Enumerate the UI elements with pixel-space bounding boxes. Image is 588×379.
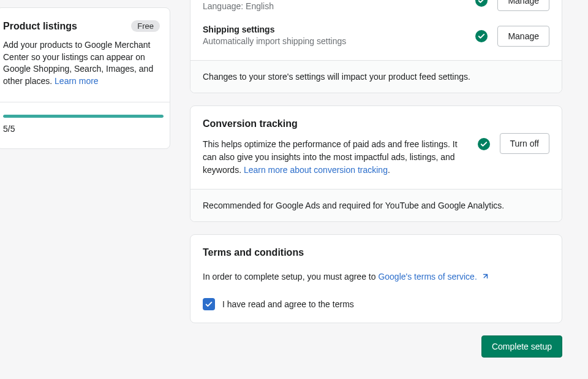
manage-shipping-button[interactable]: Manage [497, 26, 549, 47]
target-market-text: Country: United States Language: English [203, 0, 466, 12]
terms-checkbox-label: I have read and agree to the terms [222, 299, 354, 309]
shipping-settings-sub: Automatically import shipping settings [203, 36, 466, 48]
target-market-language: Language: English [203, 1, 466, 13]
check-circle-icon [475, 30, 488, 42]
sidebar-title: Product listings [3, 21, 77, 32]
shipping-settings-row: Shipping settings Automatically import s… [203, 18, 549, 48]
main-column: Country: United States Language: English… [190, 0, 562, 372]
sidebar-description: Add your products to Google Merchant Cen… [3, 39, 160, 87]
store-settings-card: Country: United States Language: English… [190, 0, 562, 93]
google-tos-link-text: Google's terms of service. [378, 272, 477, 281]
learn-more-link[interactable]: Learn more [55, 76, 99, 86]
terms-card: Terms and conditions In order to complet… [190, 234, 562, 323]
sidebar-progress: 5/5 [0, 102, 170, 148]
terms-checkbox-row: I have read and agree to the terms [203, 298, 549, 310]
conversion-body-text: This helps optimize the performance of p… [203, 138, 468, 177]
free-badge: Free [131, 20, 160, 32]
terms-heading: Terms and conditions [203, 247, 549, 258]
sidebar-header: Product listings Free [3, 20, 160, 32]
conversion-tracking-card: Conversion tracking This helps optimize … [190, 105, 562, 222]
conversion-heading: Conversion tracking [203, 118, 468, 129]
page-footer-row: Complete setup [190, 335, 562, 372]
conversion-period: . [388, 165, 390, 175]
store-settings-body: Country: United States Language: English… [190, 0, 562, 60]
shipping-settings-text: Shipping settings Automatically import s… [203, 25, 466, 48]
conversion-footer: Recommended for Google Ads and required … [190, 189, 562, 221]
terms-body: Terms and conditions In order to complet… [190, 235, 562, 323]
google-tos-link[interactable]: Google's terms of service. [378, 272, 488, 281]
check-circle-icon [475, 0, 488, 7]
store-settings-footer: Changes to your store's settings will im… [190, 60, 562, 93]
conversion-learn-more-link[interactable]: Learn more about conversion tracking [244, 165, 388, 175]
terms-body-text: In order to complete setup, you must agr… [203, 270, 549, 285]
terms-pretext: In order to complete setup, you must agr… [203, 272, 378, 281]
terms-checkbox[interactable] [203, 298, 215, 310]
progress-label: 5/5 [3, 124, 164, 134]
turn-off-button[interactable]: Turn off [500, 133, 549, 154]
sidebar-card: Product listings Free Add your products … [0, 7, 170, 149]
manage-target-market-button[interactable]: Manage [497, 0, 549, 11]
conversion-body: Conversion tracking This helps optimize … [190, 106, 562, 189]
progress-fill [3, 115, 164, 118]
sidebar-top: Product listings Free Add your products … [0, 8, 170, 102]
complete-setup-button[interactable]: Complete setup [481, 335, 562, 358]
external-link-icon [481, 272, 488, 285]
progress-bar [3, 115, 164, 118]
target-market-row: Country: United States Language: English… [203, 0, 549, 18]
check-circle-icon [478, 138, 490, 150]
shipping-settings-title: Shipping settings [203, 25, 466, 34]
